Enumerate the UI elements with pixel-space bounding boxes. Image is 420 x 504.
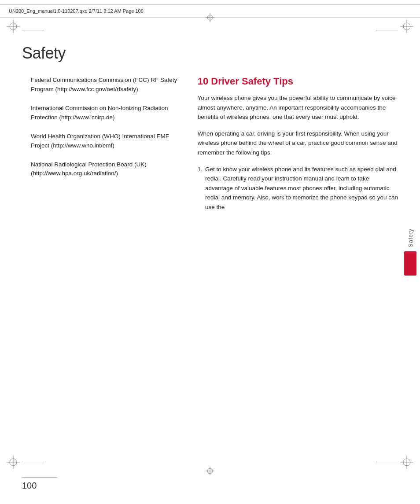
list-item: World Health Organization (WHO) Internat… [31,132,180,151]
item-number: 1. [198,165,203,212]
reg-center-top [206,13,214,22]
numbered-item-1: 1. Get to know your wireless phone and i… [198,165,398,212]
body-paragraph-1: Your wireless phone gives you the powerf… [198,93,398,122]
right-column: 10 Driver Safety Tips Your wireless phon… [198,76,398,460]
side-label-container: Safety [404,228,416,276]
link-item-text: International Commission on Non-Ionizing… [31,105,168,121]
list-item: Federal Communications Commission (FCC) … [31,76,180,94]
section-title: 10 Driver Safety Tips [198,76,398,87]
reg-mark-bottom-left [7,456,20,469]
corner-rule-tr [376,30,398,30]
two-column-layout: Federal Communications Commission (FCC) … [22,76,398,460]
corner-rule-bl [22,462,44,462]
reg-center-bottom [206,467,214,475]
side-red-bar [404,251,416,276]
reg-mark-top-left [7,20,20,33]
corner-rule-tl [22,30,44,30]
left-column: Federal Communications Commission (FCC) … [22,76,180,460]
reg-mark-top-right [400,20,413,33]
item-text: Get to know your wireless phone and its … [205,165,398,212]
list-item: International Commission on Non-Ionizing… [31,104,180,122]
side-tab-text: Safety [407,228,414,247]
link-item-text: Federal Communications Commission (FCC) … [31,77,177,92]
link-item-text: National Radiological Protection Board (… [31,161,147,177]
page-content: Safety Federal Communications Commission… [22,35,398,460]
list-item: National Radiological Protection Board (… [31,160,180,179]
corner-rule-br [376,462,398,462]
bottom-page-rule [22,477,57,478]
reg-mark-bottom-right [400,456,413,469]
body-paragraph-2: When operating a car, driving is your fi… [198,129,398,158]
page-number: 100 [22,481,37,491]
page-title: Safety [22,44,398,63]
header-text: UN200_Eng_manual1.0-110207.qxd 2/7/11 9:… [9,8,144,14]
link-item-text: World Health Organization (WHO) Internat… [31,133,169,149]
